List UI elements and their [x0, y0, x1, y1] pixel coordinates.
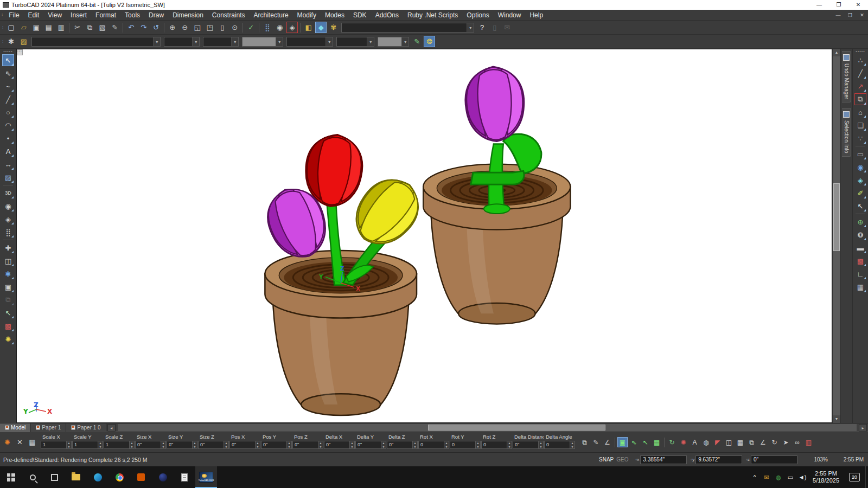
group-edit-icon[interactable]: ⧉	[2, 294, 14, 306]
spinner-down-icon[interactable]: ▼	[507, 445, 512, 449]
send-mail-icon[interactable]: ✉	[501, 22, 513, 33]
snap-magnet-icon[interactable]: ✺	[2, 436, 13, 448]
polyline-edit-icon[interactable]: ╱	[854, 67, 866, 79]
menu-modify[interactable]: Modify	[293, 11, 321, 19]
layer-combo[interactable]: ▾	[31, 37, 161, 47]
field-input[interactable]: 0"▲▼	[513, 441, 544, 449]
line-width-combo[interactable]: ▾	[203, 37, 239, 47]
dropdown-arrow-icon[interactable]: ▾	[326, 37, 333, 46]
menu-options[interactable]: Options	[462, 11, 493, 19]
field-input[interactable]: 0"▲▼	[355, 441, 386, 449]
small-nodes-icon[interactable]: ∵	[854, 132, 866, 144]
field-input[interactable]: 0"▲▼	[261, 441, 292, 449]
vector-arrow-icon[interactable]: ↗	[854, 80, 866, 92]
pick-object-icon[interactable]: ↖	[2, 307, 14, 319]
hatch-combo[interactable]: ▾	[286, 37, 333, 47]
tray-chevron-icon[interactable]: ^	[749, 474, 761, 480]
copy-icon[interactable]: ⧉	[84, 22, 95, 33]
table-grid-icon[interactable]: ▦	[735, 437, 745, 447]
spinner-down-icon[interactable]: ▼	[287, 445, 291, 449]
sketch-icon[interactable]: ~	[2, 80, 14, 92]
vertical-scrollbar[interactable]: ▴ ▾	[832, 49, 840, 423]
sphere-3d-icon[interactable]: ◉	[2, 200, 14, 212]
link-entity-icon[interactable]: ⧉	[579, 437, 590, 447]
leaf-bent[interactable]	[471, 171, 524, 184]
refresh-redraw-icon[interactable]: ↻	[667, 437, 677, 447]
toolbar-grip[interactable]: ⁞	[0, 12, 4, 17]
draw-mode-3d-icon[interactable]: ◆	[315, 22, 327, 33]
zoom-selection-icon[interactable]: ⊙	[229, 22, 240, 33]
measure-tools-icon[interactable]: ✐	[854, 187, 866, 199]
canvas-corner-grip[interactable]: ∷∷	[17, 49, 23, 55]
field-input[interactable]: 0"▲▼	[229, 441, 260, 449]
horizontal-scroll-thumb[interactable]	[428, 425, 605, 431]
field-input[interactable]: 0"▲▼	[387, 441, 418, 449]
rotate-cw-icon[interactable]: ↻	[769, 437, 780, 447]
dropdown-arrow-icon[interactable]: ▾	[401, 37, 409, 46]
walkthrough-icon[interactable]: ➤	[781, 437, 791, 447]
z-coordinate-field[interactable]: 0"	[751, 455, 797, 464]
field-input[interactable]: 0"▲▼	[198, 441, 229, 449]
tray-shield-icon[interactable]: ◍	[773, 474, 784, 481]
field-input[interactable]: 1▲▼	[41, 441, 72, 449]
spinner-down-icon[interactable]: ▼	[444, 445, 449, 449]
menu-draw[interactable]: Draw	[144, 11, 168, 19]
vertical-scroll-thumb[interactable]	[833, 183, 840, 251]
menu-format[interactable]: Format	[91, 11, 120, 19]
red-flag-icon[interactable]: ◤	[712, 437, 723, 447]
ortho-mode-icon[interactable]: ◈	[286, 22, 298, 33]
panel-tab-undo-manager[interactable]: Undo Manager	[842, 51, 851, 102]
notification-center-button[interactable]: 20	[844, 466, 865, 488]
palette-window-icon[interactable]: ▯	[489, 22, 500, 33]
ortho-pen-icon[interactable]: ✎	[591, 437, 601, 447]
field-input[interactable]: 0"▲▼	[292, 441, 323, 449]
zoom-level[interactable]: 103%	[805, 457, 828, 463]
arc-icon[interactable]: ◠	[2, 119, 14, 131]
workspace-style-icon[interactable]: ◧	[303, 22, 314, 33]
line-style-combo[interactable]: ▾	[164, 37, 200, 47]
y-coordinate-field[interactable]: 9.63572"	[695, 455, 742, 464]
insert-part-icon[interactable]: ✾	[328, 22, 339, 33]
minimize-button[interactable]: —	[809, 0, 829, 10]
zoom-extents-icon[interactable]: ◳	[204, 22, 215, 33]
coordinate-table-icon[interactable]: ▦	[27, 436, 38, 448]
extrude-house-icon[interactable]: ⌂	[854, 106, 866, 118]
search-button[interactable]	[22, 466, 43, 488]
flower-pot-back[interactable]	[423, 65, 570, 324]
zoom-out-icon[interactable]: ⊖	[179, 22, 190, 33]
extrude-icon[interactable]: ◫	[2, 255, 14, 267]
zoom-window-icon[interactable]: ◱	[192, 22, 203, 33]
menu-addons[interactable]: AddOns	[371, 11, 403, 19]
spinner-down-icon[interactable]: ▼	[256, 445, 260, 449]
text-style-combo[interactable]: ▾	[336, 37, 374, 47]
start-button[interactable]	[0, 466, 22, 488]
undo-icon[interactable]: ↶	[125, 22, 137, 33]
spinner-down-icon[interactable]: ▼	[161, 445, 165, 449]
print-preview-icon[interactable]: ▥	[55, 22, 67, 33]
circle-icon[interactable]: ○	[2, 106, 14, 118]
stem-base[interactable]	[484, 204, 510, 214]
save-icon[interactable]: ▣	[30, 22, 42, 33]
menu-dimension[interactable]: Dimension	[168, 11, 208, 19]
menu-help[interactable]: Help	[525, 11, 547, 19]
snap-midpoint-icon[interactable]: ↖	[640, 437, 650, 447]
flower-pot-front[interactable]: Y X Z	[259, 132, 431, 415]
mdi-close-button[interactable]: ✕	[856, 12, 868, 18]
menu-view[interactable]: View	[43, 11, 66, 19]
hatch-fill-icon[interactable]: ▨	[2, 171, 14, 183]
grid-toggle-icon[interactable]: ⣿	[261, 22, 273, 33]
drawing-canvas[interactable]: ∷∷	[16, 49, 832, 423]
field-input[interactable]: 0▲▼	[544, 441, 575, 449]
restore-button[interactable]: ❐	[829, 0, 848, 10]
spinner-down-icon[interactable]: ▼	[318, 445, 323, 449]
report-table-icon[interactable]: ▥	[803, 437, 814, 447]
panel-tab-selection-info[interactable]: Selection Info	[842, 108, 851, 157]
tray-display-icon[interactable]: ▭	[784, 474, 796, 481]
spinner-down-icon[interactable]: ▼	[224, 445, 228, 449]
style-manager-icon[interactable]: ▨	[18, 36, 29, 47]
notepad-button[interactable]	[174, 466, 195, 488]
spinner-down-icon[interactable]: ▼	[381, 445, 386, 449]
snap-modes-icon[interactable]: ◉	[274, 22, 285, 33]
snap-toggle[interactable]: SNAP	[599, 457, 614, 463]
settings-gear-icon[interactable]: ✱	[5, 36, 17, 47]
